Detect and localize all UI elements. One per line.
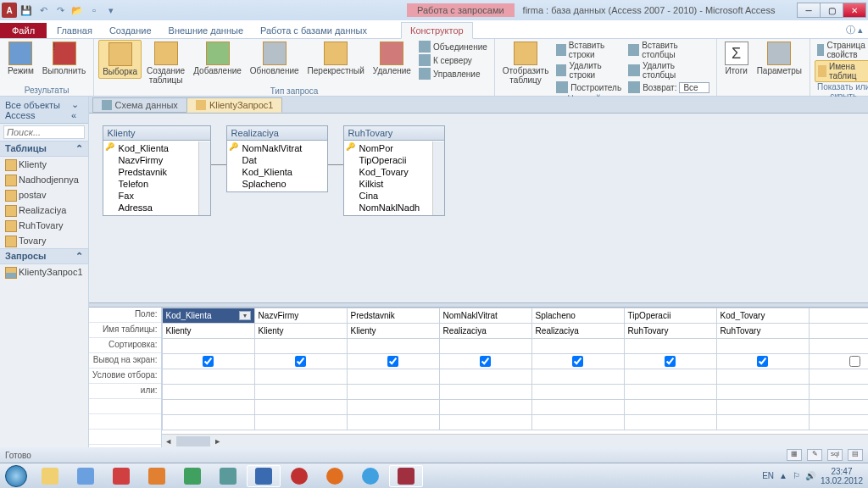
doc-tab-query[interactable]: KlientyЗапрос1 [186, 97, 283, 113]
search-input[interactable] [3, 125, 85, 139]
maketable-button[interactable]: Создание таблицы [143, 40, 188, 86]
grid-criteria-cell[interactable] [439, 369, 531, 385]
nav-query-item[interactable]: KlientyЗапрос1 [0, 264, 88, 280]
grid-cell[interactable] [254, 400, 347, 415]
collapse-icon[interactable]: ⌃ [75, 251, 83, 262]
grid-or-cell[interactable] [254, 385, 347, 400]
tablenames-button[interactable]: Имена таблиц [815, 60, 868, 82]
grid-show-cell[interactable] [347, 354, 439, 369]
grid-criteria-cell[interactable] [624, 369, 716, 385]
qat-save-icon[interactable]: 💾 [19, 3, 34, 18]
table-box-ruhtovary[interactable]: RuhTovary NomPor TipOperacii Kod_Tovary … [343, 125, 445, 216]
grid-show-cell[interactable] [809, 354, 868, 369]
doc-tab-schema[interactable]: Схема данных [92, 97, 187, 113]
grid-cell[interactable] [254, 415, 347, 430]
passthrough-button[interactable]: К серверу [416, 53, 490, 67]
tab-design[interactable]: Конструктор [401, 22, 473, 39]
grid-criteria-cell[interactable] [809, 369, 868, 385]
field-item[interactable]: Telefon [103, 178, 210, 190]
grid-or-cell[interactable] [624, 385, 716, 400]
close-button[interactable]: ✕ [843, 3, 866, 18]
tab-home[interactable]: Главная [48, 23, 101, 38]
field-item[interactable]: Fax [103, 190, 210, 202]
taskbar-explorer-icon[interactable] [33, 465, 67, 487]
select-query-button[interactable]: Выборка [98, 40, 142, 79]
deleterows-button[interactable]: Удалить строки [554, 60, 624, 80]
grid-or-cell[interactable] [347, 385, 439, 400]
nav-table-item[interactable]: Klienty [0, 157, 88, 172]
grid-cell[interactable] [439, 415, 531, 430]
taskbar-app-icon[interactable] [140, 465, 174, 487]
propertysheet-button[interactable]: Страница свойств [815, 40, 868, 60]
grid-show-cell[interactable] [254, 354, 347, 369]
grid-columns[interactable]: Kod_Klienta▾NazvFirmyPredstavnikNomNaklV… [162, 308, 868, 447]
grid-sort-cell[interactable] [347, 339, 439, 354]
append-button[interactable]: Добавление [190, 40, 245, 77]
grid-or-cell[interactable] [809, 385, 868, 400]
field-item[interactable]: Kod_Klienta [227, 166, 327, 178]
grid-table-cell[interactable]: RuhTovary [624, 324, 716, 339]
qat-open-icon[interactable]: 📂 [70, 3, 85, 18]
grid-table-cell[interactable] [809, 324, 868, 339]
nav-table-item[interactable]: Tovary [0, 233, 88, 248]
grid-sort-cell[interactable] [809, 339, 868, 354]
grid-table-cell[interactable]: Klienty [254, 324, 347, 339]
taskbar-app-icon[interactable] [104, 465, 138, 487]
field-item[interactable]: Predstavnik [103, 166, 210, 178]
table-box-header[interactable]: RuhTovary [344, 126, 444, 141]
union-button[interactable]: Объединение [416, 40, 490, 53]
field-item[interactable]: Kod_Tovary [344, 166, 444, 178]
nav-table-item[interactable]: Realizaciya [0, 202, 88, 218]
app-icon[interactable]: A [2, 3, 17, 18]
view-button[interactable]: Режим [4, 40, 37, 77]
grid-table-cell[interactable]: Klienty [347, 324, 439, 339]
table-box-realizaciya[interactable]: Realizaciya NomNaklVitrat Dat Kod_Klient… [226, 125, 328, 192]
return-setting[interactable]: Возврат: Все [626, 80, 712, 94]
field-item[interactable]: NomNaklNadh [344, 202, 444, 214]
taskbar-app-icon[interactable] [175, 465, 209, 487]
view-other-icon[interactable]: ▤ [848, 449, 863, 461]
grid-cell[interactable] [624, 415, 716, 430]
collapse-icon[interactable]: ⌃ [75, 143, 83, 154]
grid-cell[interactable] [347, 400, 439, 415]
grid-sort-cell[interactable] [624, 339, 716, 354]
grid-cell[interactable] [439, 400, 531, 415]
field-item[interactable]: Cina [344, 190, 444, 202]
parameters-button[interactable]: Параметры [754, 40, 805, 77]
field-item[interactable]: Kod_Klienta [103, 142, 210, 154]
grid-cell[interactable] [809, 415, 868, 430]
grid-criteria-cell[interactable] [254, 369, 347, 385]
file-tab[interactable]: Файл [0, 23, 47, 38]
grid-show-cell[interactable] [716, 354, 809, 369]
field-item[interactable]: TipOperacii [344, 154, 444, 166]
grid-field-cell[interactable]: NazvFirmy [254, 308, 347, 324]
tab-external[interactable]: Внешние данные [160, 23, 252, 38]
grid-cell[interactable] [531, 400, 624, 415]
field-item[interactable]: NomPor [344, 142, 444, 154]
taskbar-access-icon[interactable] [389, 465, 423, 487]
crosstab-button[interactable]: Перекрестный [304, 40, 368, 77]
table-diagram[interactable]: Klienty Kod_Klienta NazvFirmy Predstavni… [89, 114, 868, 302]
view-design-icon[interactable]: ✎ [807, 449, 822, 461]
taskbar-app-icon[interactable] [211, 465, 245, 487]
minimize-button[interactable]: ─ [797, 3, 821, 18]
qat-dropdown-icon[interactable]: ▾ [103, 3, 119, 18]
maximize-button[interactable]: ▢ [820, 3, 843, 18]
relationship-line[interactable] [211, 164, 226, 165]
ribbon-help-icon[interactable]: ⓘ ▴ [841, 22, 868, 38]
grid-criteria-cell[interactable] [716, 369, 809, 385]
field-item[interactable]: Adressa [103, 202, 210, 214]
insertrows-button[interactable]: Вставить строки [554, 40, 624, 60]
nav-group-queries[interactable]: Запросы⌃ [0, 248, 88, 264]
grid-field-cell[interactable] [809, 308, 868, 324]
grid-criteria-cell[interactable] [531, 369, 624, 385]
grid-field-cell[interactable]: TipOperacii [624, 308, 716, 324]
table-box-header[interactable]: Realizaciya [227, 126, 327, 141]
start-button[interactable] [0, 463, 32, 489]
grid-or-cell[interactable] [716, 385, 809, 400]
update-button[interactable]: Обновление [247, 40, 303, 77]
field-item[interactable]: NazvFirmy [103, 154, 210, 166]
grid-field-cell[interactable]: NomNaklVitrat [439, 308, 531, 324]
grid-cell[interactable] [531, 415, 624, 430]
grid-table-cell[interactable]: Realizaciya [439, 324, 531, 339]
